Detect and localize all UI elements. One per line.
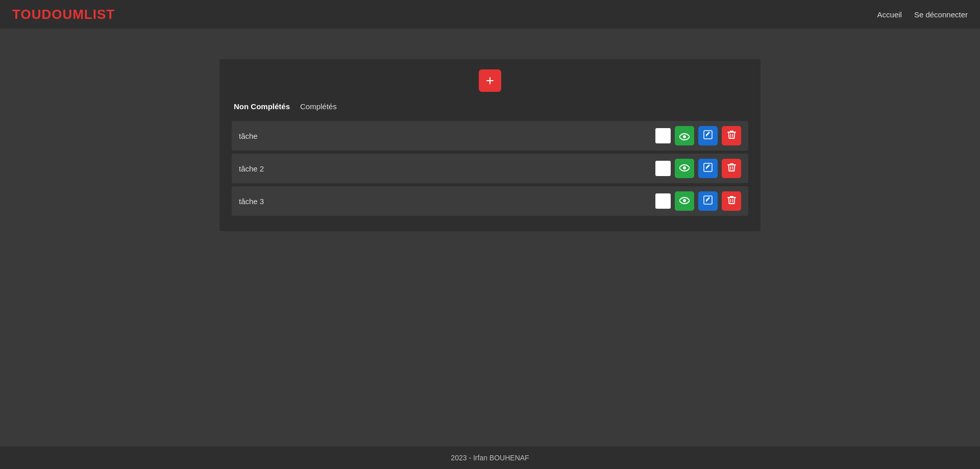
delete-button[interactable] — [722, 159, 741, 178]
eye-icon — [679, 132, 690, 139]
edit-icon — [703, 130, 713, 142]
footer: 2023 - Irfan BOUHENAF — [0, 447, 980, 469]
eye-icon — [679, 196, 690, 207]
tab-non-completes[interactable]: Non Complétés — [234, 100, 290, 113]
trash-icon — [727, 130, 736, 142]
task-actions — [655, 191, 741, 211]
task-row: tâche — [232, 121, 748, 151]
edit-button[interactable] — [698, 126, 718, 145]
nav-home[interactable]: Accueil — [877, 10, 902, 19]
edit-button[interactable] — [698, 159, 718, 178]
view-button[interactable] — [675, 191, 694, 211]
add-task-button[interactable]: + — [479, 69, 501, 92]
task-checkbox[interactable] — [655, 161, 671, 176]
tabs: Non Complétés Complétés — [232, 100, 748, 113]
task-name: tâche 3 — [239, 197, 655, 206]
navbar: TOUDOUMLIST Accueil Se déconnecter — [0, 0, 980, 29]
app-brand: TOUDOUMLIST — [12, 7, 115, 22]
task-checkbox[interactable] — [655, 193, 671, 209]
eye-icon — [679, 163, 690, 174]
task-list: tâche — [232, 121, 748, 216]
svg-point-0 — [683, 135, 686, 138]
task-card: + Non Complétés Complétés tâche — [219, 59, 761, 231]
svg-point-2 — [683, 166, 686, 169]
task-row: tâche 2 — [232, 154, 748, 183]
task-actions — [655, 126, 741, 145]
delete-button[interactable] — [722, 126, 741, 145]
task-name: tâche — [239, 132, 655, 140]
edit-icon — [703, 163, 713, 175]
edit-icon — [703, 195, 713, 207]
delete-button[interactable] — [722, 191, 741, 211]
task-row: tâche 3 — [232, 186, 748, 216]
footer-text: 2023 - Irfan BOUHENAF — [451, 454, 529, 462]
svg-point-4 — [683, 199, 686, 202]
edit-button[interactable] — [698, 191, 718, 211]
task-actions — [655, 159, 741, 178]
trash-icon — [727, 195, 736, 207]
task-checkbox[interactable] — [655, 128, 671, 143]
nav-links: Accueil Se déconnecter — [877, 10, 968, 19]
view-button[interactable] — [675, 159, 694, 178]
view-button[interactable] — [675, 126, 694, 145]
trash-icon — [727, 163, 736, 175]
nav-logout[interactable]: Se déconnecter — [914, 10, 968, 19]
add-btn-container: + — [232, 69, 748, 92]
plus-icon: + — [486, 73, 494, 88]
main-content: + Non Complétés Complétés tâche — [0, 29, 980, 447]
task-name: tâche 2 — [239, 164, 655, 173]
tab-completes[interactable]: Complétés — [300, 100, 337, 113]
